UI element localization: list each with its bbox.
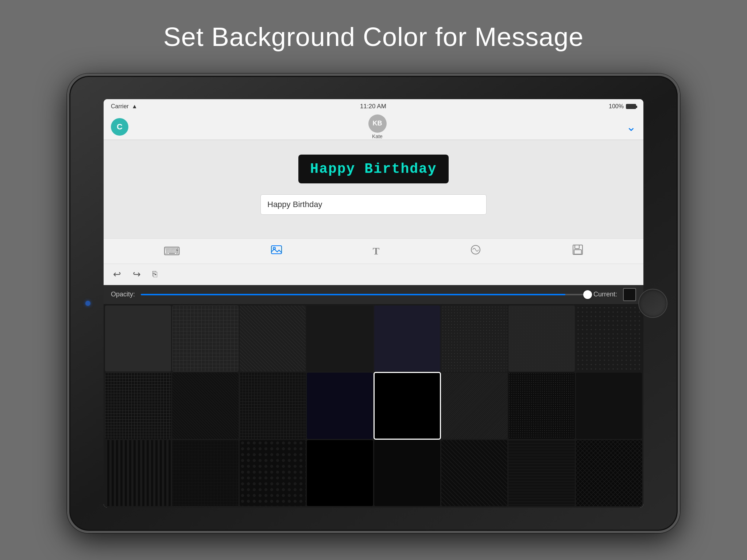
pattern-cell-2[interactable] bbox=[240, 306, 306, 372]
status-right: 100% bbox=[609, 103, 636, 110]
current-color-box bbox=[623, 288, 636, 301]
left-indicator bbox=[85, 301, 90, 306]
pattern-cell-3[interactable] bbox=[307, 306, 373, 372]
save-button[interactable] bbox=[569, 241, 587, 261]
keyboard-button[interactable]: ⌨ bbox=[160, 241, 183, 261]
page-title: Set Background Color for Message bbox=[163, 22, 584, 52]
pattern-cell-10[interactable] bbox=[240, 373, 306, 439]
home-button[interactable] bbox=[638, 289, 667, 318]
opacity-fill bbox=[141, 294, 565, 295]
pattern-grid bbox=[104, 304, 643, 508]
pattern-cell-16[interactable] bbox=[105, 440, 171, 506]
contact-name: Kate bbox=[372, 133, 383, 139]
nav-center: KB Kate bbox=[368, 114, 387, 139]
pattern-cell-11[interactable] bbox=[307, 373, 373, 439]
battery-percent: 100% bbox=[609, 103, 624, 110]
pattern-cell-22[interactable] bbox=[508, 440, 574, 506]
pattern-cell-4[interactable] bbox=[374, 306, 440, 372]
svg-rect-0 bbox=[271, 246, 282, 254]
battery-icon bbox=[626, 104, 636, 109]
status-left: Carrier ▲ bbox=[111, 103, 138, 110]
opacity-label: Opacity: bbox=[111, 291, 135, 298]
text-input-container[interactable]: Happy Birthday bbox=[260, 194, 487, 215]
ipad-screen: Carrier ▲ 11:20 AM 100% C KB Ka bbox=[104, 99, 643, 508]
paint-button[interactable] bbox=[467, 241, 484, 261]
status-time: 11:20 AM bbox=[360, 103, 386, 110]
pattern-cell-13[interactable] bbox=[441, 373, 507, 439]
pattern-cell-12[interactable] bbox=[374, 373, 440, 439]
pattern-cell-8[interactable] bbox=[105, 373, 171, 439]
svg-rect-4 bbox=[575, 245, 579, 249]
toolbar: ⌨ T bbox=[104, 238, 643, 264]
status-bar: Carrier ▲ 11:20 AM 100% bbox=[104, 99, 643, 114]
nav-chevron[interactable]: ⌄ bbox=[626, 120, 636, 134]
redo-button[interactable]: ↪ bbox=[131, 267, 143, 282]
contact-initials: KB bbox=[373, 120, 382, 127]
pattern-cell-1[interactable] bbox=[172, 306, 238, 372]
ipad-device: Carrier ▲ 11:20 AM 100% C KB Ka bbox=[67, 74, 680, 533]
pattern-cell-18[interactable] bbox=[240, 440, 306, 506]
pattern-cell-20[interactable] bbox=[374, 440, 440, 506]
text-button[interactable]: T bbox=[370, 242, 383, 260]
pattern-cell-21[interactable] bbox=[441, 440, 507, 506]
pattern-cell-17[interactable] bbox=[172, 440, 238, 506]
message-preview: Happy Birthday bbox=[298, 155, 448, 183]
wifi-icon: ▲ bbox=[132, 103, 138, 110]
screen-content: Carrier ▲ 11:20 AM 100% C KB Ka bbox=[104, 99, 643, 508]
opacity-thumb bbox=[583, 290, 592, 299]
paste-button[interactable]: ⎘ bbox=[150, 267, 159, 281]
opacity-track[interactable] bbox=[141, 294, 588, 295]
opacity-bar: Opacity: Current: bbox=[104, 285, 643, 304]
svg-rect-5 bbox=[574, 250, 581, 254]
pattern-cell-14[interactable] bbox=[508, 373, 574, 439]
pattern-cell-0[interactable] bbox=[105, 306, 171, 372]
undo-button[interactable]: ↩ bbox=[111, 267, 123, 282]
pattern-cell-5[interactable] bbox=[441, 306, 507, 372]
back-button[interactable]: C bbox=[111, 118, 128, 136]
pattern-cell-23[interactable] bbox=[576, 440, 642, 506]
nav-bar: C KB Kate ⌄ bbox=[104, 114, 643, 140]
carrier-label: Carrier bbox=[111, 103, 129, 110]
pattern-cell-9[interactable] bbox=[172, 373, 238, 439]
pattern-cell-19[interactable] bbox=[307, 440, 373, 506]
pattern-cell-7[interactable] bbox=[576, 306, 642, 372]
image-button[interactable] bbox=[268, 241, 285, 261]
message-area: Happy Birthday Happy Birthday bbox=[104, 140, 643, 238]
contact-avatar[interactable]: KB bbox=[368, 114, 387, 133]
back-label: C bbox=[117, 122, 123, 132]
edit-toolbar: ↩ ↪ ⎘ bbox=[104, 264, 643, 285]
pattern-cell-15[interactable] bbox=[576, 373, 642, 439]
text-input-value: Happy Birthday bbox=[267, 200, 322, 209]
pattern-cell-6[interactable] bbox=[508, 306, 574, 372]
message-preview-text: Happy Birthday bbox=[310, 161, 437, 177]
current-label: Current: bbox=[593, 291, 617, 298]
